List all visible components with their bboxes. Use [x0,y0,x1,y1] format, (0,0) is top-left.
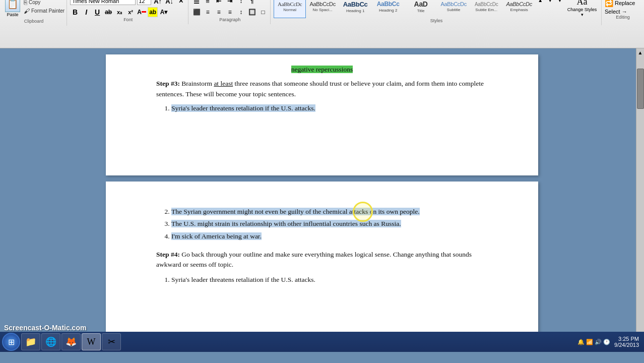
style-normal[interactable]: AaBbCcDc Normal [274,0,306,18]
taskbar: ⊞ 📁 🌐 🦊 W ✂ 🔔 📶 🔊 🕐 3:25 PM 9/24/2013 [0,332,644,352]
list-item-2: The Syrian government might not even be … [171,207,488,217]
font-name-input[interactable] [70,0,136,5]
highlight-button[interactable]: ab [148,7,158,17]
numbering-button[interactable]: ≡ [203,0,213,6]
italic-button[interactable]: I [81,7,91,17]
taskbar-snipping[interactable]: ✂ [102,333,121,350]
taskbar-firefox[interactable]: 🦊 [61,333,81,350]
clipboard-label: Clipboard [24,19,44,25]
styles-scroll-up[interactable]: ▲ [536,0,545,6]
clear-formatting-button[interactable]: ✕ [176,0,186,6]
style-heading2-preview: AaBbCc [377,1,400,8]
style-title-preview: AaD [414,0,428,8]
font-size-input[interactable] [137,0,151,5]
scroll-up-button[interactable]: ▲ [636,48,644,56]
step4-list-item-1: Syria's leader threatens retaliation if … [171,275,488,285]
style-heading1[interactable]: AaBbCc Heading 1 [339,0,371,18]
clock-date: 9/24/2013 [614,342,639,348]
list-item-1: Syria's leader threatens retaliation if … [171,103,488,113]
time-display: 3:25 PM 9/24/2013 [614,336,639,348]
styles-group-label: Styles [274,18,599,24]
style-no-spacing-preview: AaBbCcDc [309,1,335,7]
style-heading2-label: Heading 2 [379,8,397,13]
styles-scroll-down[interactable]: ▼ [545,0,554,6]
align-left-button[interactable]: ⬛ [191,7,202,17]
page-1[interactable]: negative repercussions Step #3: Brainsto… [106,54,538,175]
list-item-4-text: I'm sick of America being at war. [171,232,262,240]
step4-paragraph: Step #4: Go back through your outline an… [156,250,488,270]
page2-list: The Syrian government might not even be … [171,207,488,241]
subscript-button[interactable]: x₂ [114,7,124,17]
indent-decrease-button[interactable]: ⇤ [214,0,224,6]
copy-button[interactable]: ⎘ Copy [24,0,65,6]
taskbar-word[interactable]: W [82,333,101,350]
taskbar-chrome[interactable]: 🌐 [41,333,60,350]
style-subtitle[interactable]: AaBbCcDc Subtitle [437,0,470,18]
strikethrough-button[interactable]: ab [103,7,113,17]
style-normal-label: Normal [283,8,296,12]
replace-button[interactable]: 🔁 Replace [605,0,641,7]
clock-time: 3:25 PM [614,336,639,342]
style-subtle-em[interactable]: AaBbCcDc Subtle Em... [470,0,502,18]
show-formatting-button[interactable]: ¶ [247,0,257,6]
ribbon: 📋 Paste ⎘ Copy 🖌 Format Painter Clipboar… [0,0,644,48]
align-center-button[interactable]: ≡ [203,7,213,17]
border-button[interactable]: □ [258,7,268,17]
highlighted-text: negative repercussions [291,66,353,73]
style-normal-preview: AaBbCcDc [278,1,302,7]
style-subtle-em-label: Subtle Em... [475,8,497,12]
step4-list-item-1-text: Syria's leader threatens retaliation if … [171,276,315,283]
justify-button[interactable]: ≡ [225,7,235,17]
style-subtle-em-preview: AaBbCcDc [475,2,498,7]
shrink-font-button[interactable]: A↓ [164,0,174,6]
paragraph-group-label: Paragraph [191,17,268,23]
font-group-label: Font [70,17,186,23]
scrollbar-thumb[interactable] [637,69,644,109]
bold-button[interactable]: B [70,7,80,17]
style-title-label: Title [417,9,425,13]
sort-button[interactable]: ↕ [236,0,246,6]
style-emphasis-label: Emphasis [510,8,528,12]
style-title[interactable]: AaD Title [405,0,437,18]
format-painter-button[interactable]: 🖌 Format Painter [24,8,65,15]
grow-font-button[interactable]: A↑ [153,0,163,6]
bullets-button[interactable]: ☰ [191,0,202,6]
line-spacing-button[interactable]: ↕ [236,7,246,17]
style-subtitle-label: Subtitle [447,8,461,12]
document-area: negative repercussions Step #3: Brainsto… [0,48,644,352]
style-subtitle-preview: AaBbCcDc [440,1,466,7]
align-right-button[interactable]: ≡ [214,7,224,17]
start-button[interactable]: ⊞ [2,333,20,351]
list-item-1-text: Syria's leader threatens retaliation if … [171,104,315,112]
step3-paragraph: Step #3: Brainstorm at least three reaso… [156,79,488,99]
shading-button[interactable]: 🔲 [247,7,257,17]
step3-label: Step #3: [156,80,180,87]
document-pages: negative repercussions Step #3: Brainsto… [106,48,538,352]
style-emphasis[interactable]: AaBbCcDc Emphasis [503,0,535,18]
style-no-spacing[interactable]: AaBbCcDc No Spaci... [306,0,339,18]
change-styles-button[interactable]: Aa Change Styles ▾ [565,0,599,18]
paste-button[interactable]: 📋 Paste [3,0,22,19]
underline-button[interactable]: U [92,7,102,17]
styles-more[interactable]: ▼ [555,0,564,6]
step3-text1: Brainstorm [181,80,214,87]
page2-step4-list: Syria's leader threatens retaliation if … [171,275,488,285]
list-item-3-text: The U.S. might strain its relationship w… [171,220,401,227]
style-no-spacing-label: No Spaci... [313,8,333,12]
list-item-4: I'm sick of America being at war. [171,231,488,241]
style-emphasis-preview: AaBbCcDc [506,1,532,7]
step4-label: Step #4: [156,251,180,258]
style-heading2[interactable]: AaBbCc Heading 2 [372,0,404,18]
text-color-button[interactable]: A▾ [159,7,169,17]
font-color-button[interactable]: A [137,7,147,17]
page-2[interactable]: The Syrian government might not even be … [106,182,538,343]
watermark: Screencast-O-Matic.com [4,324,86,332]
list-item-3: The U.S. might strain its relationship w… [171,219,488,229]
step3-underlined: at least [214,80,233,87]
taskbar-file-explorer[interactable]: 📁 [21,333,40,350]
indent-increase-button[interactable]: ⇥ [225,0,235,6]
scrollbar[interactable]: ▲ ▼ [636,48,644,352]
system-tray-icons: 🔔 📶 🔊 🕐 [577,339,610,345]
select-button[interactable]: Select → [605,9,641,15]
superscript-button[interactable]: x² [125,7,136,17]
